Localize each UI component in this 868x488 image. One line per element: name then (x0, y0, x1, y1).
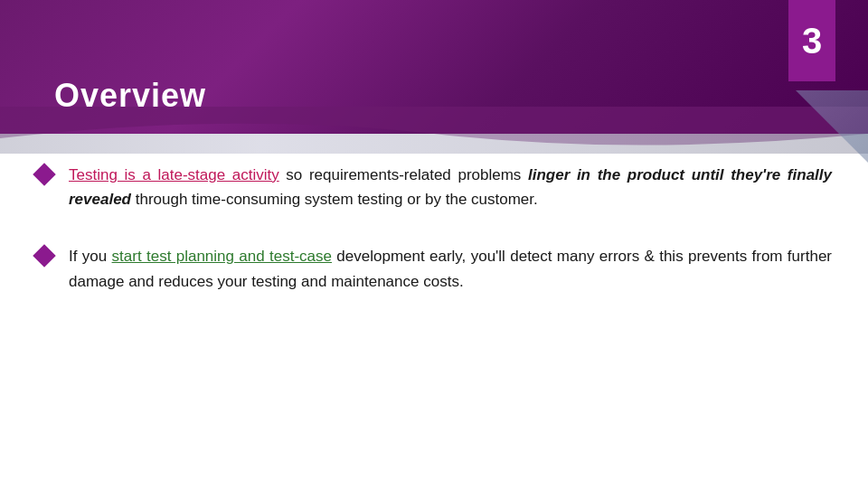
slide-title: Overview (54, 77, 206, 115)
bullet-item-1: Testing is a late-stage activity so requ… (36, 163, 832, 211)
bullet-item-2: If you start test planning and test-case… (36, 244, 832, 293)
bullet-diamond-1 (33, 163, 55, 185)
content-area: Testing is a late-stage activity so requ… (36, 163, 832, 470)
bullet1-part1: Testing is a late-stage activity (69, 166, 279, 183)
slide-container: 3 Overview Testing is a late-stage activ… (0, 0, 868, 488)
bullet-diamond-2 (33, 245, 55, 267)
bullet-text-1: Testing is a late-stage activity so requ… (69, 163, 832, 211)
slide-number: 3 (802, 21, 822, 61)
bullet2-part1: If you (69, 248, 112, 265)
bullet-text-2: If you start test planning and test-case… (69, 244, 832, 293)
slide-number-box: 3 (788, 0, 835, 81)
bullet2-part2: start test planning and test-case (112, 248, 332, 265)
decorative-bar (0, 134, 868, 154)
bullet1-part4: through time-consuming system testing or… (131, 191, 538, 208)
bullet1-part2: so requirements-related problems (279, 166, 528, 183)
